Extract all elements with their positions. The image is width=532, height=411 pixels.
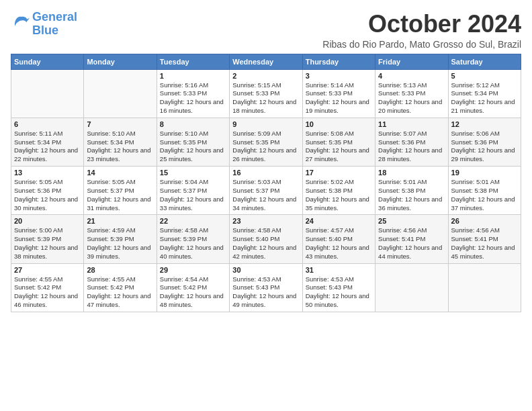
- day-number: 29: [160, 266, 226, 274]
- day-info: Sunrise: 5:05 AMSunset: 5:36 PMDaylight:…: [14, 178, 81, 212]
- day-info: Sunrise: 5:04 AMSunset: 5:37 PMDaylight:…: [160, 178, 226, 212]
- day-number: 28: [87, 266, 153, 274]
- calendar-cell: 26Sunrise: 4:56 AMSunset: 5:41 PMDayligh…: [448, 215, 521, 263]
- day-info: Sunrise: 4:57 AMSunset: 5:40 PMDaylight:…: [306, 226, 372, 261]
- day-info: Sunrise: 5:08 AMSunset: 5:35 PMDaylight:…: [306, 130, 372, 164]
- calendar-cell: 12Sunrise: 5:06 AMSunset: 5:36 PMDayligh…: [448, 118, 521, 166]
- day-info: Sunrise: 5:03 AMSunset: 5:37 PMDaylight:…: [232, 178, 299, 212]
- day-number: 14: [87, 169, 153, 177]
- day-info: Sunrise: 4:55 AMSunset: 5:42 PMDaylight:…: [14, 275, 81, 310]
- day-number: 19: [451, 169, 518, 177]
- calendar-cell: 7Sunrise: 5:10 AMSunset: 5:34 PMDaylight…: [84, 118, 157, 166]
- calendar-week-row: 13Sunrise: 5:05 AMSunset: 5:36 PMDayligh…: [11, 167, 521, 215]
- day-info: Sunrise: 4:58 AMSunset: 5:40 PMDaylight:…: [232, 226, 299, 261]
- calendar-cell: 16Sunrise: 5:03 AMSunset: 5:37 PMDayligh…: [230, 167, 302, 215]
- calendar-cell: 14Sunrise: 5:05 AMSunset: 5:37 PMDayligh…: [84, 167, 157, 215]
- day-info: Sunrise: 5:11 AMSunset: 5:34 PMDaylight:…: [14, 130, 81, 164]
- day-number: 3: [306, 72, 372, 80]
- calendar-cell: 6Sunrise: 5:11 AMSunset: 5:34 PMDaylight…: [11, 118, 84, 166]
- day-info: Sunrise: 5:13 AMSunset: 5:33 PMDaylight:…: [378, 81, 445, 116]
- day-number: 16: [232, 169, 299, 177]
- day-number: 9: [232, 120, 299, 128]
- calendar-header-row: SundayMondayTuesdayWednesdayThursdayFrid…: [11, 54, 521, 69]
- day-info: Sunrise: 4:55 AMSunset: 5:42 PMDaylight:…: [87, 275, 153, 310]
- day-number: 26: [451, 217, 518, 225]
- calendar-cell: 31Sunrise: 4:53 AMSunset: 5:43 PMDayligh…: [302, 263, 375, 312]
- day-number: 30: [232, 266, 299, 274]
- calendar-cell: 9Sunrise: 5:09 AMSunset: 5:35 PMDaylight…: [230, 118, 302, 166]
- day-number: 4: [378, 72, 445, 80]
- weekday-header-tuesday: Tuesday: [157, 54, 229, 69]
- day-info: Sunrise: 5:07 AMSunset: 5:36 PMDaylight:…: [378, 130, 445, 164]
- weekday-header-sunday: Sunday: [11, 54, 84, 69]
- calendar-body: 1Sunrise: 5:16 AMSunset: 5:33 PMDaylight…: [11, 69, 521, 312]
- day-info: Sunrise: 5:15 AMSunset: 5:33 PMDaylight:…: [232, 81, 299, 116]
- day-number: 17: [306, 169, 372, 177]
- calendar-cell: [448, 263, 521, 312]
- weekday-header-saturday: Saturday: [448, 54, 521, 69]
- day-number: 15: [160, 169, 226, 177]
- day-number: 20: [14, 217, 81, 225]
- day-number: 27: [14, 266, 81, 274]
- calendar-cell: 2Sunrise: 5:15 AMSunset: 5:33 PMDaylight…: [230, 69, 302, 118]
- day-number: 10: [306, 120, 372, 128]
- calendar-cell: 21Sunrise: 4:59 AMSunset: 5:39 PMDayligh…: [84, 215, 157, 263]
- day-number: 11: [378, 120, 445, 128]
- calendar-week-row: 20Sunrise: 5:00 AMSunset: 5:39 PMDayligh…: [11, 215, 521, 263]
- day-number: 1: [160, 72, 226, 80]
- day-info: Sunrise: 4:56 AMSunset: 5:41 PMDaylight:…: [378, 226, 445, 261]
- day-info: Sunrise: 5:01 AMSunset: 5:38 PMDaylight:…: [451, 178, 518, 212]
- day-number: 6: [14, 120, 81, 128]
- day-number: 24: [306, 217, 372, 225]
- title-area: October 2024 Ribas do Rio Pardo, Mato Gr…: [322, 11, 521, 50]
- calendar-cell: 22Sunrise: 4:58 AMSunset: 5:39 PMDayligh…: [157, 215, 229, 263]
- day-number: 12: [451, 120, 518, 128]
- day-info: Sunrise: 5:09 AMSunset: 5:35 PMDaylight:…: [232, 130, 299, 164]
- day-number: 23: [232, 217, 299, 225]
- weekday-header-thursday: Thursday: [302, 54, 375, 69]
- calendar-cell: 20Sunrise: 5:00 AMSunset: 5:39 PMDayligh…: [11, 215, 84, 263]
- calendar-cell: 18Sunrise: 5:01 AMSunset: 5:38 PMDayligh…: [375, 167, 448, 215]
- day-info: Sunrise: 4:54 AMSunset: 5:42 PMDaylight:…: [160, 275, 226, 310]
- calendar-cell: 3Sunrise: 5:14 AMSunset: 5:33 PMDaylight…: [302, 69, 375, 118]
- calendar-cell: 27Sunrise: 4:55 AMSunset: 5:42 PMDayligh…: [11, 263, 84, 312]
- day-info: Sunrise: 5:05 AMSunset: 5:37 PMDaylight:…: [87, 178, 153, 212]
- day-number: 25: [378, 217, 445, 225]
- calendar-week-row: 6Sunrise: 5:11 AMSunset: 5:34 PMDaylight…: [11, 118, 521, 166]
- day-info: Sunrise: 4:56 AMSunset: 5:41 PMDaylight:…: [451, 226, 518, 261]
- calendar-cell: 5Sunrise: 5:12 AMSunset: 5:34 PMDaylight…: [448, 69, 521, 118]
- calendar-cell: 4Sunrise: 5:13 AMSunset: 5:33 PMDaylight…: [375, 69, 448, 118]
- calendar-cell: 23Sunrise: 4:58 AMSunset: 5:40 PMDayligh…: [230, 215, 302, 263]
- day-number: 5: [451, 72, 518, 80]
- location-title: Ribas do Rio Pardo, Mato Grosso do Sul, …: [322, 39, 521, 50]
- calendar-cell: 1Sunrise: 5:16 AMSunset: 5:33 PMDaylight…: [157, 69, 229, 118]
- calendar-week-row: 27Sunrise: 4:55 AMSunset: 5:42 PMDayligh…: [11, 263, 521, 312]
- logo-icon: [11, 15, 30, 34]
- logo-text-general: General: [32, 11, 77, 24]
- weekday-header-friday: Friday: [375, 54, 448, 69]
- calendar-cell: 28Sunrise: 4:55 AMSunset: 5:42 PMDayligh…: [84, 263, 157, 312]
- day-info: Sunrise: 5:02 AMSunset: 5:38 PMDaylight:…: [306, 178, 372, 212]
- calendar-cell: [11, 69, 84, 118]
- day-info: Sunrise: 5:16 AMSunset: 5:33 PMDaylight:…: [160, 81, 226, 116]
- weekday-header-wednesday: Wednesday: [230, 54, 302, 69]
- day-info: Sunrise: 4:59 AMSunset: 5:39 PMDaylight:…: [87, 226, 153, 261]
- day-info: Sunrise: 5:10 AMSunset: 5:34 PMDaylight:…: [87, 130, 153, 164]
- calendar-cell: 17Sunrise: 5:02 AMSunset: 5:38 PMDayligh…: [302, 167, 375, 215]
- day-info: Sunrise: 4:53 AMSunset: 5:43 PMDaylight:…: [232, 275, 299, 310]
- calendar-cell: 19Sunrise: 5:01 AMSunset: 5:38 PMDayligh…: [448, 167, 521, 215]
- weekday-header-monday: Monday: [84, 54, 157, 69]
- calendar-cell: 25Sunrise: 4:56 AMSunset: 5:41 PMDayligh…: [375, 215, 448, 263]
- calendar-cell: 29Sunrise: 4:54 AMSunset: 5:42 PMDayligh…: [157, 263, 229, 312]
- day-info: Sunrise: 4:53 AMSunset: 5:43 PMDaylight:…: [306, 275, 372, 310]
- day-number: 2: [232, 72, 299, 80]
- calendar-cell: 8Sunrise: 5:10 AMSunset: 5:35 PMDaylight…: [157, 118, 229, 166]
- logo-text-blue: Blue: [32, 24, 77, 38]
- calendar-cell: 11Sunrise: 5:07 AMSunset: 5:36 PMDayligh…: [375, 118, 448, 166]
- calendar-table: SundayMondayTuesdayWednesdayThursdayFrid…: [11, 54, 521, 312]
- day-info: Sunrise: 5:00 AMSunset: 5:39 PMDaylight:…: [14, 226, 81, 261]
- header: General Blue October 2024 Ribas do Rio P…: [11, 11, 521, 50]
- day-number: 7: [87, 120, 153, 128]
- calendar-week-row: 1Sunrise: 5:16 AMSunset: 5:33 PMDaylight…: [11, 69, 521, 118]
- calendar-cell: 10Sunrise: 5:08 AMSunset: 5:35 PMDayligh…: [302, 118, 375, 166]
